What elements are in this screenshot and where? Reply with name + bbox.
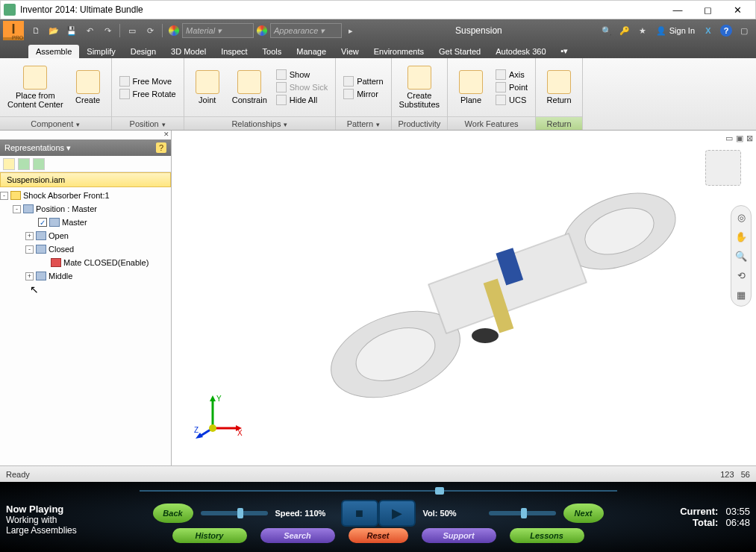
- tab-assemble[interactable]: Assemble: [28, 45, 79, 58]
- support-button[interactable]: Support: [422, 528, 496, 543]
- panel-help-icon[interactable]: ?: [156, 142, 166, 153]
- orbit-icon[interactable]: ⟲: [734, 269, 748, 282]
- create-button[interactable]: CreateSubstitutes: [396, 64, 443, 110]
- save-icon[interactable]: 💾: [64, 23, 79, 38]
- tab-tools[interactable]: Tools: [255, 45, 290, 58]
- point-button[interactable]: Point: [493, 81, 531, 93]
- tab-3d-model[interactable]: 3D Model: [163, 45, 213, 58]
- pattern-button[interactable]: Pattern: [340, 75, 386, 87]
- window-close-button[interactable]: ✕: [722, 1, 752, 19]
- create-button[interactable]: Create: [69, 69, 107, 106]
- next-button[interactable]: Next: [563, 504, 604, 523]
- undo-icon[interactable]: ↶: [82, 23, 97, 38]
- volume-slider[interactable]: [489, 511, 556, 515]
- new-icon[interactable]: 🗋: [28, 23, 43, 38]
- free-move-button[interactable]: Free Move: [116, 75, 179, 87]
- favorite-icon[interactable]: ★: [635, 23, 650, 38]
- tab-get-started[interactable]: Get Started: [431, 45, 488, 58]
- tree-node[interactable]: -Position : Master: [0, 202, 171, 216]
- search-icon[interactable]: 🔍: [599, 23, 614, 38]
- window-minimize-button[interactable]: —: [663, 1, 693, 19]
- search-button[interactable]: Search: [260, 528, 335, 543]
- open-icon[interactable]: 📂: [46, 23, 61, 38]
- help-icon[interactable]: ?: [720, 25, 732, 37]
- browser-tool-2[interactable]: [18, 158, 30, 170]
- place-from-button[interactable]: Place fromContent Center: [4, 64, 66, 110]
- progress-thumb[interactable]: [435, 487, 444, 495]
- appearance-dropdown[interactable]: Appearance ▾: [270, 23, 342, 38]
- collapse-ribbon-icon[interactable]: ▢: [737, 23, 752, 38]
- back-button[interactable]: Back: [153, 504, 193, 523]
- checkbox-icon[interactable]: ✓: [38, 218, 47, 227]
- tab-simplify[interactable]: Simplify: [79, 45, 123, 58]
- redo-icon[interactable]: ↷: [100, 23, 115, 38]
- group-label-pattern[interactable]: Pattern: [336, 116, 390, 130]
- pan-icon[interactable]: ✋: [734, 230, 748, 243]
- tree-node[interactable]: +Middle: [0, 269, 171, 283]
- tab-view[interactable]: View: [334, 45, 366, 58]
- group-label-relationships[interactable]: Relationships: [184, 116, 335, 130]
- panel-close-icon[interactable]: ✕: [163, 131, 169, 139]
- browser-tool-1[interactable]: [3, 158, 15, 170]
- progress-scrubber[interactable]: [140, 488, 617, 494]
- history-button[interactable]: History: [172, 528, 247, 543]
- representations-panel-header[interactable]: Representations ▾ ?: [0, 139, 171, 156]
- tree-node[interactable]: +Open: [0, 229, 171, 242]
- command-icon: [76, 70, 100, 94]
- update-icon[interactable]: ⟳: [143, 23, 157, 38]
- tab-environments[interactable]: Environments: [366, 45, 431, 58]
- ucs-button[interactable]: UCS: [493, 94, 531, 106]
- tab-autodesk-360[interactable]: Autodesk 360: [488, 45, 553, 58]
- viewport-maximize-icon[interactable]: ▣: [736, 134, 743, 143]
- group-label-component[interactable]: Component: [0, 116, 111, 130]
- reset-button[interactable]: Reset: [349, 528, 408, 543]
- tree-node[interactable]: -Shock Absorber Front:1: [0, 189, 171, 202]
- home-view-icon[interactable]: ◎: [734, 210, 748, 224]
- viewport-close-icon[interactable]: ⊠: [746, 134, 753, 143]
- exchange-icon[interactable]: X: [701, 23, 716, 38]
- joint-button[interactable]: Joint: [189, 69, 226, 106]
- mirror-button[interactable]: Mirror: [340, 88, 386, 100]
- expand-icon[interactable]: +: [25, 272, 34, 280]
- command-icon: [407, 66, 431, 90]
- appearance-swatch-icon: [257, 25, 267, 36]
- play-button[interactable]: ▶: [378, 500, 416, 527]
- keyword-icon[interactable]: 🔑: [617, 23, 632, 38]
- zoom-icon[interactable]: 🔍: [734, 249, 748, 263]
- viewport-minimize-icon[interactable]: ▭: [725, 134, 733, 143]
- sign-in-button[interactable]: 👤 Sign In: [652, 26, 699, 36]
- window-maximize-button[interactable]: ◻: [693, 1, 722, 19]
- collapse-icon[interactable]: -: [0, 192, 8, 200]
- view-cube[interactable]: [705, 150, 741, 186]
- collapse-icon[interactable]: -: [25, 245, 34, 254]
- constrain-button[interactable]: Constrain: [229, 69, 270, 106]
- lookat-icon[interactable]: ▦: [734, 288, 748, 301]
- tree-node[interactable]: -Closed: [0, 242, 171, 256]
- return-button[interactable]: Return: [540, 69, 578, 106]
- browser-tool-3[interactable]: [33, 158, 45, 170]
- axis-button[interactable]: Axis: [493, 69, 531, 81]
- node-icon: [10, 191, 21, 200]
- speed-slider[interactable]: [201, 511, 268, 515]
- select-icon[interactable]: ▭: [125, 23, 140, 38]
- material-dropdown[interactable]: Material ▾: [182, 23, 254, 38]
- tab-overflow[interactable]: ▪▾: [554, 44, 576, 58]
- expand-icon[interactable]: +: [25, 232, 34, 240]
- tab-manage[interactable]: Manage: [289, 45, 334, 58]
- tab-design[interactable]: Design: [123, 45, 163, 58]
- show-button[interactable]: Show: [273, 69, 331, 81]
- stop-button[interactable]: ■: [341, 500, 378, 527]
- free-rotate-button[interactable]: Free Rotate: [116, 88, 179, 100]
- ribbon-group-work-features: PlaneAxisPointUCSWork Features: [448, 58, 536, 130]
- tab-inspect[interactable]: Inspect: [213, 45, 254, 58]
- group-label-position[interactable]: Position: [112, 116, 184, 130]
- hide-all-button[interactable]: Hide All: [273, 94, 331, 106]
- graphics-canvas[interactable]: ▭ ▣ ⊠ ◎ ✋ 🔍 ⟲ ▦: [172, 131, 756, 465]
- more-icon[interactable]: ▸: [343, 23, 358, 38]
- tree-node[interactable]: ✓Master: [0, 216, 171, 229]
- tree-node[interactable]: Mate CLOSED(Enable): [0, 256, 171, 269]
- browser-root-node[interactable]: Suspension.iam: [0, 172, 171, 187]
- lessons-button[interactable]: Lessons: [510, 528, 584, 543]
- plane-button[interactable]: Plane: [452, 69, 490, 106]
- collapse-icon[interactable]: -: [13, 205, 21, 213]
